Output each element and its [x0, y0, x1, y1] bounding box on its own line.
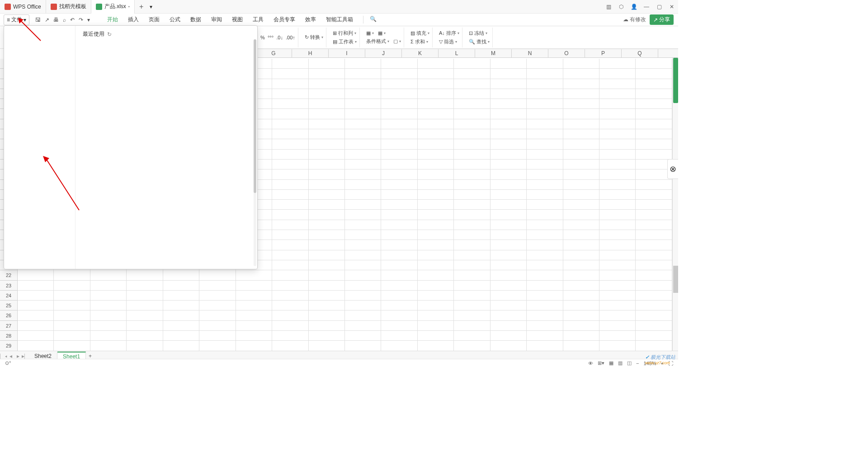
share-icon[interactable]: ↗ [45, 17, 49, 23]
annotation-arrow-2 [43, 156, 84, 215]
row-header[interactable]: 29 [0, 341, 17, 351]
cube-icon[interactable]: ⬡ [615, 0, 627, 13]
user-avatar[interactable]: 👤 [627, 0, 640, 13]
add-sheet-button[interactable]: + [86, 353, 94, 359]
row-header[interactable]: 24 [0, 291, 17, 301]
cond-format-button[interactable]: 条件格式▾ ▢▾ [366, 38, 401, 45]
menu-insert[interactable]: 插入 [128, 16, 139, 24]
menu-formula[interactable]: 公式 [170, 16, 180, 24]
fill-button[interactable]: ▨ 填充▾ [410, 30, 429, 37]
template-icon [51, 4, 57, 10]
cloud-changes[interactable]: ☁ 有修改 [623, 16, 646, 24]
rowcol-button[interactable]: ⊞ 行和列▾ [333, 30, 357, 37]
tab-label: 产品.xlsx [104, 3, 126, 10]
undo-icon[interactable]: ↶ [70, 17, 75, 23]
print-icon[interactable]: 🖶 [53, 17, 59, 23]
menu-vip[interactable]: 会员专享 [274, 16, 295, 24]
find-button[interactable]: 🔍 查找▾ [469, 38, 490, 45]
menu-data[interactable]: 数据 [190, 16, 201, 24]
col-header[interactable]: P [585, 49, 622, 57]
convert-button[interactable]: ↻ 转换▾ [305, 34, 323, 41]
side-panel-toggle[interactable]: ⊗ [667, 159, 678, 179]
svg-line-0 [20, 20, 41, 41]
menu-ai[interactable]: 智能工具箱 [326, 16, 353, 24]
zoom-out-button[interactable]: − [634, 361, 641, 366]
view-break-icon[interactable]: ◫ [625, 360, 634, 366]
app-tab-template[interactable]: 找稻壳模板 [46, 0, 91, 14]
col-header[interactable]: M [475, 49, 512, 57]
tab-label: WPS Office [13, 4, 41, 10]
tab-list-button[interactable]: ▾ [148, 0, 154, 14]
status-bar: ⊙° 👁 ⊞▾ ▦ ▥ ◫ − 145% + ⛶ [0, 359, 678, 367]
menu-start[interactable]: 开始 [107, 16, 118, 24]
row-header[interactable]: 25 [0, 301, 17, 310]
col-header[interactable]: H [292, 49, 329, 57]
row-header[interactable]: 28 [0, 331, 17, 341]
file-menu-popup: 最近使用 ↻ [4, 25, 258, 269]
close-button[interactable]: ✕ [665, 0, 678, 13]
wps-icon [5, 4, 11, 10]
share-button[interactable]: ↗ 分享 [650, 14, 674, 25]
search-icon[interactable]: 🔍 [363, 16, 377, 24]
panel-icon[interactable]: ▥ [602, 0, 615, 13]
more-qat-icon[interactable]: ▾ [87, 17, 90, 23]
svg-marker-3 [43, 156, 49, 162]
col-header[interactable]: K [402, 49, 439, 57]
row-header[interactable]: 22 [0, 270, 17, 280]
annotation-arrow-1 [18, 18, 45, 45]
title-bar: WPS Office 找稻壳模板 产品.xlsx• + ▾ ▥ ⬡ 👤 — ▢ … [0, 0, 678, 14]
col-header[interactable]: J [365, 49, 402, 57]
col-header[interactable]: Q [622, 49, 658, 57]
freeze-button[interactable]: ⊡ 冻结▾ [469, 30, 490, 37]
row-header[interactable]: 27 [0, 321, 17, 331]
main-menus: 开始 插入 页面 公式 数据 审阅 视图 工具 会员专享 效率 智能工具箱 🔍 [94, 16, 377, 24]
view-page-icon[interactable]: ▥ [616, 360, 625, 366]
last-sheet-button[interactable]: ▸⎸ [22, 353, 29, 359]
plus-icon: + [139, 3, 143, 11]
file-menu-list [4, 26, 75, 269]
col-header[interactable]: L [439, 49, 475, 57]
menu-efficiency[interactable]: 效率 [305, 16, 316, 24]
preview-icon[interactable]: ⌕ [63, 17, 66, 23]
sum-button[interactable]: Σ 求和▾ [410, 38, 429, 45]
prev-sheet-button[interactable]: ◂ [7, 353, 14, 359]
dirty-indicator: • [128, 5, 130, 9]
row-header[interactable]: 23 [0, 281, 17, 291]
refresh-icon[interactable]: ↻ [107, 31, 112, 38]
recent-title: 最近使用 [83, 30, 104, 38]
col-header[interactable]: I [329, 49, 365, 57]
table-icon[interactable]: ▦▾ ▦▾ [366, 30, 401, 36]
worksheet-button[interactable]: ▤ 工作表▾ [333, 38, 357, 45]
watermark: ✓ 极光下载站www.xz7.com [645, 354, 675, 365]
sort-button[interactable]: A↓ 排序▾ [439, 30, 459, 37]
col-header[interactable]: N [512, 49, 548, 57]
recent-scrollbar[interactable] [254, 39, 256, 266]
view-normal-icon[interactable]: ▦ [607, 360, 616, 366]
next-sheet-button[interactable]: ▸ [14, 353, 22, 359]
maximize-button[interactable]: ▢ [653, 0, 665, 13]
record-icon[interactable]: ⊙° [3, 360, 13, 366]
svg-line-2 [47, 160, 79, 210]
menu-review[interactable]: 审阅 [211, 16, 222, 24]
first-sheet-button[interactable]: ⎸◂ [0, 353, 7, 359]
percent-icon[interactable]: % °°° .0↓ .00↑ [260, 35, 295, 40]
menu-tools[interactable]: 工具 [253, 16, 264, 24]
tab-label: 找稻壳模板 [59, 3, 86, 10]
minimize-button[interactable]: — [640, 0, 653, 13]
filter-button[interactable]: ▽ 筛选▾ [439, 38, 459, 45]
eye-icon[interactable]: 👁 [586, 361, 595, 366]
new-tab-button[interactable]: + [135, 0, 148, 14]
row-header[interactable]: 26 [0, 310, 17, 320]
menu-page[interactable]: 页面 [149, 16, 160, 24]
menu-bar: ≡ 文件 ▾ 🖫 ↗ 🖶 ⌕ ↶ ↷ ▾ 开始 插入 页面 公式 数据 审阅 视… [0, 14, 678, 26]
sheet-icon [96, 4, 102, 10]
redo-icon[interactable]: ↷ [79, 17, 83, 23]
app-tab-document[interactable]: 产品.xlsx• [91, 0, 135, 14]
col-header[interactable]: O [548, 49, 585, 57]
app-tab-wps[interactable]: WPS Office [0, 0, 46, 14]
chevron-down-icon: ▾ [150, 4, 152, 10]
vertical-scrollbar[interactable] [672, 58, 678, 352]
col-header[interactable]: G [255, 49, 292, 57]
grid-icon[interactable]: ⊞▾ [595, 360, 607, 366]
menu-view[interactable]: 视图 [232, 16, 243, 24]
